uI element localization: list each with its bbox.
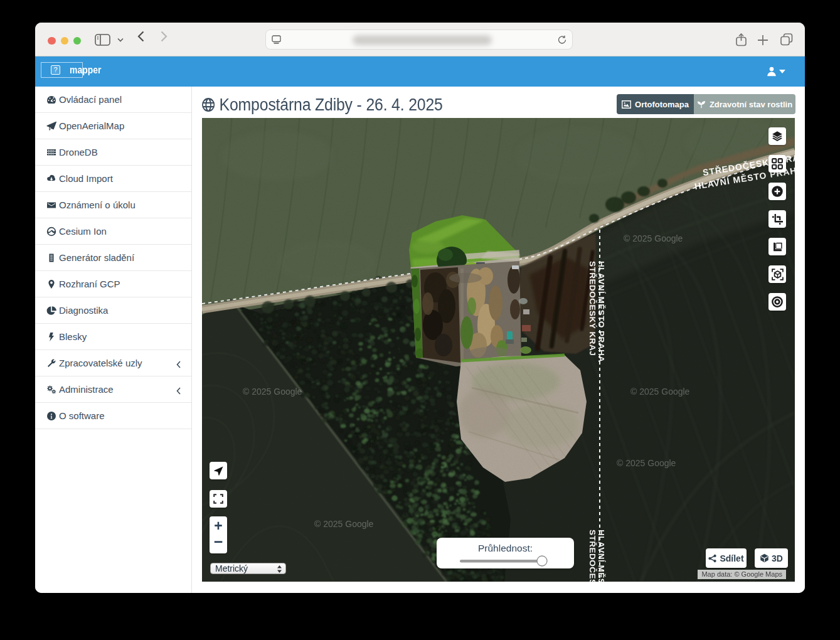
svg-text:© 2025 Google: © 2025 Google: [314, 519, 374, 529]
svg-text:© 2025 Google: © 2025 Google: [617, 458, 676, 468]
svg-text:HLAVNÍ MĚSTO PRA: HLAVNÍ MĚSTO PRA: [597, 530, 606, 582]
svg-text:STŘEDOČESKÝ KRAJ: STŘEDOČESKÝ KRAJ: [588, 261, 597, 356]
svg-text:© 2025 Google: © 2025 Google: [243, 387, 302, 397]
svg-text:STŘEDOČESKÝ KR: STŘEDOČESKÝ KR: [588, 530, 597, 582]
svg-text:© 2025 Google: © 2025 Google: [624, 233, 683, 243]
svg-text:© 2025 Google: © 2025 Google: [630, 387, 690, 397]
svg-text:HLAVNÍ MĚSTO PRAHA: HLAVNÍ MĚSTO PRAHA: [597, 261, 606, 363]
